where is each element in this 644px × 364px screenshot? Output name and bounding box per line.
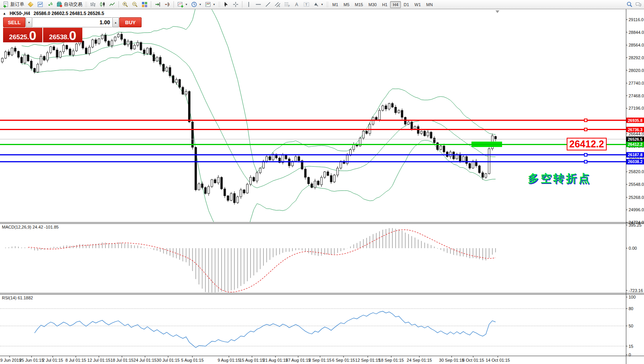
- candle-bear: [204, 187, 206, 194]
- date-axis[interactable]: 19 Jun 201925 Jun 01:152 Jul 01:158 Jul …: [0, 356, 510, 362]
- line-chart-button[interactable]: [108, 1, 117, 8]
- candle-bull: [50, 47, 52, 53]
- periods-dropdown[interactable]: ▼: [190, 1, 203, 8]
- channel-button[interactable]: E: [273, 1, 282, 8]
- candle-bear: [69, 49, 71, 55]
- profiles-button[interactable]: [36, 1, 45, 8]
- price-tag-26736.3: 26736.3: [628, 127, 642, 132]
- tile-windows-button[interactable]: [140, 1, 149, 8]
- tab-timeframe-H1[interactable]: H1: [379, 1, 390, 8]
- chart-area[interactable]: 29116.028844.028564.028292.028020.027740…: [0, 9, 644, 364]
- tab-timeframe-M30[interactable]: M30: [366, 1, 379, 8]
- candles-chart-icon: [99, 1, 106, 8]
- macd-signal-line: [28, 230, 496, 292]
- date-axis-label: 9 Aug 01:15: [218, 358, 240, 362]
- sell-button[interactable]: SELL: [3, 17, 25, 27]
- candle-bear: [121, 34, 123, 39]
- buy-price-display[interactable]: 26538.0: [43, 28, 82, 42]
- new-chart-dropdown[interactable]: ▼: [176, 1, 189, 8]
- candle-bull: [420, 131, 422, 134]
- volume-increase-button[interactable]: ▲: [112, 17, 119, 27]
- cursor-button[interactable]: [222, 1, 230, 8]
- tab-timeframe-D1[interactable]: D1: [401, 1, 412, 8]
- arrows-dropdown[interactable]: ▼: [312, 1, 325, 8]
- candle-bull: [407, 122, 409, 124]
- candle-bull: [47, 53, 48, 60]
- text-button[interactable]: A: [292, 1, 301, 8]
- buy-button[interactable]: BUY: [119, 17, 142, 27]
- candle-bear: [385, 106, 387, 109]
- candle-bull: [337, 168, 339, 175]
- crosshair-button[interactable]: [231, 1, 240, 8]
- candle-bear: [269, 157, 271, 160]
- search-icon[interactable]: [626, 1, 633, 8]
- text-label-button[interactable]: T: [302, 1, 311, 8]
- mt4-window: 新订单 自动交易: [0, 0, 644, 364]
- volume-decrease-button[interactable]: ▼: [26, 17, 32, 27]
- date-axis-label: 2 Sep 01:15: [309, 358, 331, 362]
- candle-bear: [105, 35, 107, 41]
- tab-timeframe-MN[interactable]: MN: [424, 1, 435, 8]
- vertical-line-button[interactable]: [244, 1, 253, 8]
- new-order-button[interactable]: 新订单: [2, 1, 25, 8]
- zoom-out-button[interactable]: [130, 1, 139, 8]
- tab-timeframe-W1[interactable]: W1: [412, 1, 424, 8]
- candle-bull: [440, 146, 442, 150]
- sell-price-display[interactable]: 26525.0: [3, 28, 42, 42]
- auto-scroll-button[interactable]: [153, 1, 162, 8]
- price-axis-label: 28292.0: [629, 55, 644, 60]
- zoom-in-button[interactable]: [121, 1, 130, 8]
- signals-button[interactable]: [45, 1, 54, 8]
- zoom-out-icon: [132, 1, 138, 8]
- trendline-button[interactable]: [264, 1, 272, 8]
- volume-input[interactable]: [33, 17, 112, 27]
- fibonacci-button[interactable]: F: [283, 1, 292, 8]
- candle-bear: [43, 57, 45, 60]
- toolbar-grip: [326, 2, 328, 8]
- candle-bull: [175, 80, 177, 83]
- one-click-panel-arrow[interactable]: ▲: [3, 12, 6, 15]
- candle-bull: [133, 45, 135, 49]
- candle-bull: [92, 40, 93, 47]
- shapes-icon: [313, 1, 319, 8]
- chart-shift-marker[interactable]: [496, 10, 499, 13]
- price-level-callout[interactable]: 26412.2: [567, 138, 607, 150]
- candles-layer[interactable]: [2, 32, 497, 205]
- candle-bull: [37, 64, 39, 72]
- templates-dropdown[interactable]: ▼: [204, 1, 217, 8]
- candle-bull: [88, 47, 90, 54]
- candle-bull: [230, 194, 232, 200]
- date-axis-label: 30 Jul 01:15: [157, 358, 180, 362]
- toolbar-grip: [85, 2, 87, 8]
- trendline-icon: [265, 1, 271, 8]
- tab-timeframe-M15[interactable]: M15: [352, 1, 365, 8]
- candle-bear: [192, 122, 194, 147]
- tab-timeframe-M5[interactable]: M5: [341, 1, 352, 8]
- auto-trading-button[interactable]: 自动交易: [55, 1, 83, 8]
- tile-windows-icon: [141, 1, 148, 8]
- date-axis-label: 8 Oct 01:15: [462, 358, 484, 362]
- candles-chart-button[interactable]: [98, 1, 107, 8]
- horizontal-lines[interactable]: [0, 119, 626, 163]
- candle-bear: [288, 159, 290, 166]
- turning-point-annotation[interactable]: 多空转折点: [528, 171, 591, 186]
- macd-indicator-label: MACD(12,26,9) 24.42 -101.85: [2, 225, 58, 229]
- candle-bear: [285, 155, 287, 159]
- symbols-button[interactable]: [26, 1, 35, 8]
- chart-shift-button[interactable]: [163, 1, 172, 8]
- bars-chart-icon: [90, 1, 96, 8]
- date-axis-label: 25 Jun 01:15: [19, 358, 44, 362]
- horizontal-line-button[interactable]: [254, 1, 263, 8]
- text-label-icon: T: [303, 1, 310, 8]
- svg-text:A: A: [295, 2, 298, 7]
- candle-bear: [14, 48, 16, 51]
- cursor-icon: [223, 1, 229, 8]
- bars-chart-button[interactable]: [88, 1, 97, 8]
- candle-bear: [479, 166, 480, 173]
- candle-bear: [234, 194, 235, 203]
- chat-icon[interactable]: [635, 1, 642, 8]
- rsi-axis: 1008050150: [626, 295, 636, 357]
- tab-timeframe-M1[interactable]: M1: [330, 1, 341, 8]
- chart-canvas[interactable]: 29116.028844.028564.028292.028020.027740…: [0, 9, 644, 364]
- tab-timeframe-H4[interactable]: H4: [390, 1, 401, 8]
